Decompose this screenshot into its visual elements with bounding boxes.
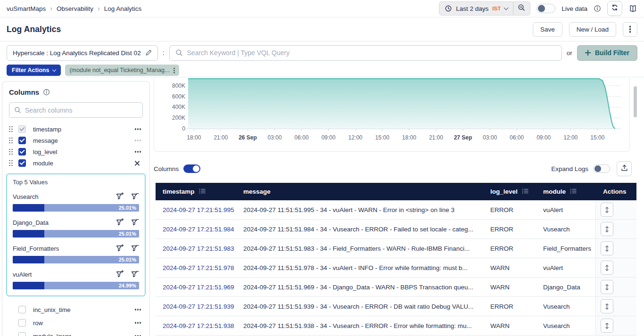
sidebar-title: Columns: [9, 88, 39, 96]
column-options-icon[interactable]: [137, 128, 139, 130]
export-button[interactable]: [617, 161, 632, 176]
column-trailing: [137, 322, 141, 323]
cell-message: 2024-09-27 11:51:51.983 - 34 - Field_For…: [239, 239, 486, 258]
filter-exclude-icon[interactable]: [131, 192, 139, 202]
columns-search-box: [9, 102, 143, 118]
column-menu-icon[interactable]: [522, 188, 528, 196]
filter-exclude-icon[interactable]: [131, 244, 139, 254]
more-options-button[interactable]: [623, 22, 637, 37]
column-list-item: timestamp: [9, 123, 143, 135]
columns-toggle-label: Columns: [154, 165, 179, 172]
remove-column-icon[interactable]: [134, 160, 140, 166]
column-list-item: row: [9, 316, 143, 329]
top5-bar: 24.99%: [13, 282, 139, 289]
filter-include-icon[interactable]: [116, 192, 124, 202]
column-checkbox[interactable]: [18, 159, 26, 167]
breadcrumb-item[interactable]: vuSmartMaps: [7, 5, 46, 12]
header-actions: Save New / Load: [533, 22, 637, 37]
top5-filter-icons: [116, 244, 139, 254]
columns-sidebar: Columns timestampmessagelog_levelmodule …: [2, 81, 150, 336]
column-checkbox[interactable]: [18, 137, 26, 144]
expand-row-button[interactable]: [601, 203, 613, 217]
refresh-button[interactable]: [607, 1, 622, 16]
breadcrumb-item[interactable]: Observability: [57, 5, 93, 12]
cell-timestamp[interactable]: 2024-09-27 17:21:51.978: [156, 258, 239, 277]
header-label: Actions: [603, 188, 627, 195]
toggle-knob: [538, 5, 545, 12]
columns-toggle[interactable]: [183, 164, 200, 173]
cell-actions: [595, 278, 636, 296]
expand-row-button[interactable]: [601, 222, 613, 236]
x-axis-label: 26 Sep: [239, 134, 257, 141]
breadcrumb-separator-icon: ›: [98, 5, 100, 12]
top5-bar-fill: [13, 230, 44, 238]
cell-log-level: ERROR: [486, 200, 538, 219]
save-button[interactable]: Save: [533, 22, 562, 37]
cell-timestamp[interactable]: 2024-09-27 17:21:51.995: [156, 200, 239, 219]
info-icon[interactable]: [43, 89, 50, 96]
cell-timestamp[interactable]: 2024-09-27 17:21:51.939: [156, 297, 239, 316]
column-checkbox[interactable]: [18, 148, 26, 156]
expand-row-button[interactable]: [601, 241, 613, 255]
cell-log-level: ERROR: [486, 220, 538, 238]
time-range-picker[interactable]: Last 2 days IST: [439, 2, 513, 15]
expand-row-button[interactable]: [601, 319, 613, 333]
docs-book-icon[interactable]: [628, 5, 637, 13]
vertical-scrollbar[interactable]: [634, 86, 637, 117]
top5-item: Field_Formatters25.01%: [13, 244, 139, 263]
column-checkbox[interactable]: [18, 306, 26, 313]
drag-handle-icon[interactable]: [9, 126, 13, 132]
table-header-actions: Actions: [595, 183, 636, 200]
filter-include-icon[interactable]: [116, 218, 124, 228]
cell-timestamp[interactable]: 2024-09-27 17:21:51.983: [156, 239, 239, 258]
expand-row-button[interactable]: [601, 280, 613, 294]
column-checkbox[interactable]: [18, 319, 26, 327]
filter-actions-button[interactable]: Filter Actions: [7, 65, 61, 76]
breadcrumb-item[interactable]: Log Analytics: [104, 5, 142, 12]
columns-search-input[interactable]: [25, 107, 138, 114]
column-options-icon[interactable]: [137, 322, 139, 323]
new-load-button[interactable]: New / Load: [569, 22, 616, 37]
column-label: module: [33, 160, 53, 167]
column-checkbox[interactable]: [18, 332, 26, 336]
top5-title: Top 5 Values: [13, 179, 139, 186]
x-axis-label: 15:00: [590, 134, 604, 141]
top5-item: vuAlert24.99%: [13, 270, 139, 289]
expand-row-button[interactable]: [601, 299, 613, 313]
column-menu-icon[interactable]: [199, 188, 206, 196]
drag-handle-icon[interactable]: [9, 160, 13, 166]
zoom-out-button[interactable]: [513, 2, 530, 15]
live-data-toggle[interactable]: [537, 4, 555, 13]
filter-exclude-icon[interactable]: [131, 270, 139, 279]
drag-handle-icon[interactable]: [9, 138, 13, 144]
build-filter-button[interactable]: Build Filter: [577, 45, 637, 61]
info-icon[interactable]: [594, 5, 601, 12]
expand-logs-toggle[interactable]: [593, 164, 610, 173]
cell-timestamp[interactable]: 2024-09-27 17:21:51.938: [156, 316, 239, 335]
filter-include-icon[interactable]: [116, 244, 124, 254]
column-options-icon[interactable]: [137, 139, 139, 141]
column-checkbox[interactable]: [18, 125, 26, 133]
source-query-separator: :: [163, 49, 165, 57]
column-options-icon[interactable]: [137, 309, 139, 310]
column-menu-icon[interactable]: [570, 188, 577, 196]
filter-include-icon[interactable]: [116, 270, 124, 279]
chip-kebab-icon[interactable]: [173, 70, 175, 71]
expand-row-button[interactable]: [601, 261, 613, 275]
log-table-body: 2024-09-27 17:21:51.9952024-09-27 11:51:…: [156, 200, 636, 336]
toggle-knob: [193, 165, 199, 172]
drag-handle-icon[interactable]: [9, 149, 13, 155]
data-source-selector[interactable]: Hyperscale : Log Analytics Replicated Di…: [7, 45, 158, 61]
cell-module: Vusearch: [538, 297, 595, 316]
filter-chip[interactable]: (module not_equal Ticketing_Manag...: [65, 65, 179, 76]
cell-timestamp[interactable]: 2024-09-27 17:21:51.969: [156, 278, 239, 296]
cell-module: vuAlert: [538, 258, 595, 277]
search-input[interactable]: [187, 49, 556, 57]
topbar-controls: Last 2 days IST Live data: [439, 1, 637, 16]
cell-timestamp[interactable]: 2024-09-27 17:21:51.984: [156, 220, 239, 238]
header-label: module: [543, 188, 566, 195]
clock-icon: [445, 5, 452, 12]
filter-exclude-icon[interactable]: [131, 218, 139, 228]
column-trailing: [137, 151, 141, 152]
column-options-icon[interactable]: [137, 151, 139, 152]
